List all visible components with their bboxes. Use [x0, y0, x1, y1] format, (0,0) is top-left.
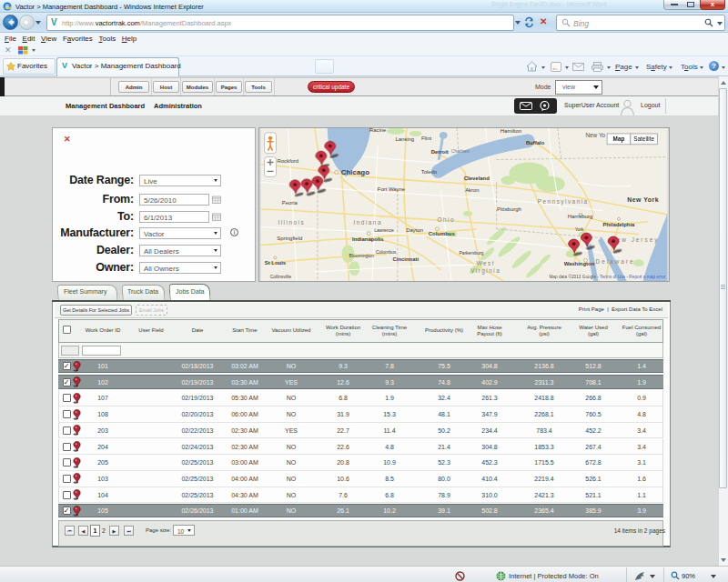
svg-text:Delaware: Delaware	[596, 258, 635, 265]
svg-text:New Yo: New Yo	[585, 132, 605, 138]
svg-text:Indianapolis: Indianapolis	[352, 236, 384, 242]
svg-text:Cincinnati: Cincinnati	[392, 256, 419, 262]
svg-text:Satellite: Satellite	[633, 135, 654, 142]
svg-text:Indiana: Indiana	[354, 219, 382, 226]
svg-text:Ohio: Ohio	[438, 216, 455, 223]
svg-text:Toledo: Toledo	[421, 169, 438, 175]
svg-text:Map: Map	[613, 135, 625, 143]
svg-text:New York: New York	[627, 196, 659, 203]
svg-text:Philadelphia: Philadelphia	[603, 222, 636, 227]
svg-text:Peoria: Peoria	[282, 200, 298, 206]
svg-text:Springfield: Springfield	[277, 236, 302, 241]
svg-text:Chatham: Chatham	[451, 149, 470, 154]
svg-text:Illinois: Illinois	[278, 219, 305, 226]
svg-text:Rockford: Rockford	[277, 158, 298, 164]
svg-text:Chicago: Chicago	[341, 168, 369, 176]
svg-text:Lansing: Lansing	[395, 136, 414, 142]
svg-text:Columbus: Columbus	[429, 231, 456, 236]
svg-text:Bloomington: Bloomington	[349, 254, 375, 258]
svg-text:Map data ©2013 Google - Terms: Map data ©2013 Google - Terms of Use - R…	[549, 274, 665, 279]
svg-text:Parkersburg: Parkersburg	[459, 251, 483, 256]
svg-text:Detroit: Detroit	[431, 149, 449, 155]
svg-text:Harrisburg: Harrisburg	[568, 214, 593, 219]
svg-text:Buffalo: Buffalo	[526, 140, 545, 146]
svg-text:York: York	[575, 227, 584, 232]
svg-text:Columbus: Columbus	[376, 250, 397, 255]
svg-text:Lawrence: Lawrence	[374, 228, 394, 233]
svg-text:Virginia: Virginia	[470, 267, 500, 275]
svg-text:Racine: Racine	[369, 127, 387, 133]
svg-text:Pennsylvania: Pennsylvania	[538, 198, 589, 206]
svg-text:Hamilton: Hamilton	[500, 128, 521, 134]
svg-text:Pittsburgh: Pittsburgh	[497, 206, 521, 212]
svg-text:Washington: Washington	[564, 261, 595, 266]
svg-text:Cleveland: Cleveland	[464, 176, 490, 181]
svg-text:Fort Wayne: Fort Wayne	[378, 186, 406, 192]
svg-text:St Louis: St Louis	[265, 260, 287, 266]
svg-text:Flint: Flint	[421, 135, 432, 141]
svg-text:Akron: Akron	[465, 187, 479, 193]
svg-text:West: West	[477, 260, 495, 266]
svg-text:Collinsville: Collinsville	[270, 275, 292, 279]
svg-text:Dayton: Dayton	[406, 227, 423, 233]
